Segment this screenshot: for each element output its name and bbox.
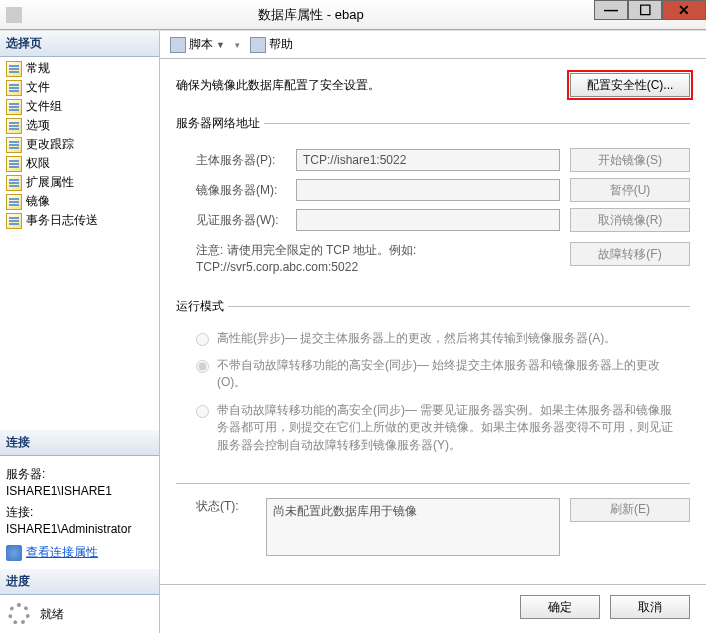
page-icon bbox=[6, 156, 22, 172]
script-icon bbox=[170, 37, 186, 53]
page-icon bbox=[6, 175, 22, 191]
titlebar: 数据库属性 - ebap — ☐ ✕ bbox=[0, 0, 706, 30]
page-item[interactable]: 权限 bbox=[0, 154, 159, 173]
page-item[interactable]: 更改跟踪 bbox=[0, 135, 159, 154]
tcp-note-text: 注意: 请使用完全限定的 TCP 地址。例如: TCP://svr5.corp.… bbox=[176, 242, 560, 276]
mirror-server-label: 镜像服务器(M): bbox=[176, 182, 286, 199]
chevron-down-icon: ▼ bbox=[216, 40, 225, 50]
page-icon bbox=[6, 118, 22, 134]
witness-server-input[interactable] bbox=[296, 209, 560, 231]
progress-block: 就绪 bbox=[0, 595, 159, 633]
connection-header: 连接 bbox=[0, 430, 159, 456]
page-item[interactable]: 选项 bbox=[0, 116, 159, 135]
page-icon bbox=[6, 61, 22, 77]
page-item-label: 文件组 bbox=[26, 98, 62, 115]
right-panel: 脚本 ▼ ▾ 帮助 确保为镜像此数据库配置了安全设置。 配置安全性(C)... … bbox=[160, 31, 706, 633]
page-item-label: 扩展属性 bbox=[26, 174, 74, 191]
status-textbox: 尚未配置此数据库用于镜像 bbox=[266, 498, 560, 556]
window-title: 数据库属性 - ebap bbox=[28, 6, 594, 24]
failover-button: 故障转移(F) bbox=[570, 242, 690, 266]
page-item[interactable]: 文件 bbox=[0, 78, 159, 97]
page-icon bbox=[6, 99, 22, 115]
mode-high-safety-nofo-label: 不带自动故障转移功能的高安全(同步)— 始终提交主体服务器和镜像服务器上的更改(… bbox=[217, 357, 680, 392]
server-value: ISHARE1\ISHARE1 bbox=[6, 484, 153, 498]
close-button[interactable]: ✕ bbox=[662, 0, 706, 20]
principal-server-input[interactable] bbox=[296, 149, 560, 171]
page-icon bbox=[6, 194, 22, 210]
mode-high-safety-fo-radio bbox=[196, 405, 209, 418]
remove-mirroring-button: 取消镜像(R) bbox=[570, 208, 690, 232]
progress-status: 就绪 bbox=[40, 606, 64, 623]
page-item[interactable]: 扩展属性 bbox=[0, 173, 159, 192]
page-item-label: 镜像 bbox=[26, 193, 50, 210]
help-label: 帮助 bbox=[269, 36, 293, 53]
connection-block: 服务器: ISHARE1\ISHARE1 连接: ISHARE1\Adminis… bbox=[0, 456, 159, 569]
refresh-button: 刷新(E) bbox=[570, 498, 690, 522]
page-item-label: 事务日志传送 bbox=[26, 212, 98, 229]
view-connection-properties-label: 查看连接属性 bbox=[26, 544, 98, 561]
page-item-label: 更改跟踪 bbox=[26, 136, 74, 153]
help-icon bbox=[250, 37, 266, 53]
ok-button[interactable]: 确定 bbox=[520, 595, 600, 619]
left-panel: 选择页 常规文件文件组选项更改跟踪权限扩展属性镜像事务日志传送 连接 服务器: … bbox=[0, 31, 160, 633]
principal-server-label: 主体服务器(P): bbox=[176, 152, 286, 169]
page-item-label: 文件 bbox=[26, 79, 50, 96]
help-button[interactable]: 帮助 bbox=[246, 34, 297, 55]
page-icon bbox=[6, 137, 22, 153]
security-prompt: 确保为镜像此数据库配置了安全设置。 bbox=[176, 77, 380, 94]
mode-high-safety-fo-label: 带自动故障转移功能的高安全(同步)— 需要见证服务器实例。如果主体服务器和镜像服… bbox=[217, 402, 680, 454]
spinner-icon bbox=[8, 603, 30, 625]
maximize-button[interactable]: ☐ bbox=[628, 0, 662, 20]
window-controls: — ☐ ✕ bbox=[594, 0, 706, 29]
mode-high-performance-radio bbox=[196, 333, 209, 346]
page-item[interactable]: 事务日志传送 bbox=[0, 211, 159, 230]
app-icon bbox=[6, 7, 22, 23]
connection-label: 连接: bbox=[6, 504, 153, 521]
content: 确保为镜像此数据库配置了安全设置。 配置安全性(C)... 服务器网络地址 主体… bbox=[160, 59, 706, 584]
page-item[interactable]: 常规 bbox=[0, 59, 159, 78]
progress-header: 进度 bbox=[0, 569, 159, 595]
server-network-address-legend: 服务器网络地址 bbox=[176, 115, 264, 132]
mode-high-safety-nofo-radio bbox=[196, 360, 209, 373]
pause-button: 暂停(U) bbox=[570, 178, 690, 202]
start-mirroring-button: 开始镜像(S) bbox=[570, 148, 690, 172]
minimize-button[interactable]: — bbox=[594, 0, 628, 20]
mode-high-performance-label: 高性能(异步)— 提交主体服务器上的更改，然后将其传输到镜像服务器(A)。 bbox=[217, 330, 680, 347]
toolbar-separator: ▾ bbox=[235, 40, 240, 50]
script-label: 脚本 bbox=[189, 36, 213, 53]
operating-mode-group: 运行模式 高性能(异步)— 提交主体服务器上的更改，然后将其传输到镜像服务器(A… bbox=[176, 298, 690, 473]
operating-mode-legend: 运行模式 bbox=[176, 298, 228, 315]
page-list: 常规文件文件组选项更改跟踪权限扩展属性镜像事务日志传送 bbox=[0, 57, 159, 232]
page-icon bbox=[6, 213, 22, 229]
mirror-server-input[interactable] bbox=[296, 179, 560, 201]
properties-icon bbox=[6, 545, 22, 561]
select-page-header: 选择页 bbox=[0, 31, 159, 57]
toolbar: 脚本 ▼ ▾ 帮助 bbox=[160, 31, 706, 59]
page-icon bbox=[6, 80, 22, 96]
page-item-label: 常规 bbox=[26, 60, 50, 77]
page-item[interactable]: 镜像 bbox=[0, 192, 159, 211]
page-item-label: 选项 bbox=[26, 117, 50, 134]
status-label: 状态(T): bbox=[176, 498, 256, 515]
script-dropdown[interactable]: 脚本 ▼ bbox=[166, 34, 229, 55]
footer: 确定 取消 bbox=[160, 584, 706, 633]
witness-server-label: 见证服务器(W): bbox=[176, 212, 286, 229]
server-network-address-group: 服务器网络地址 主体服务器(P): 开始镜像(S) 镜像服务器(M): 暂停(U… bbox=[176, 115, 690, 290]
server-label: 服务器: bbox=[6, 466, 153, 483]
connection-value: ISHARE1\Administrator bbox=[6, 522, 153, 536]
view-connection-properties-link[interactable]: 查看连接属性 bbox=[6, 544, 153, 561]
page-item[interactable]: 文件组 bbox=[0, 97, 159, 116]
configure-security-button[interactable]: 配置安全性(C)... bbox=[570, 73, 690, 97]
page-item-label: 权限 bbox=[26, 155, 50, 172]
cancel-button[interactable]: 取消 bbox=[610, 595, 690, 619]
